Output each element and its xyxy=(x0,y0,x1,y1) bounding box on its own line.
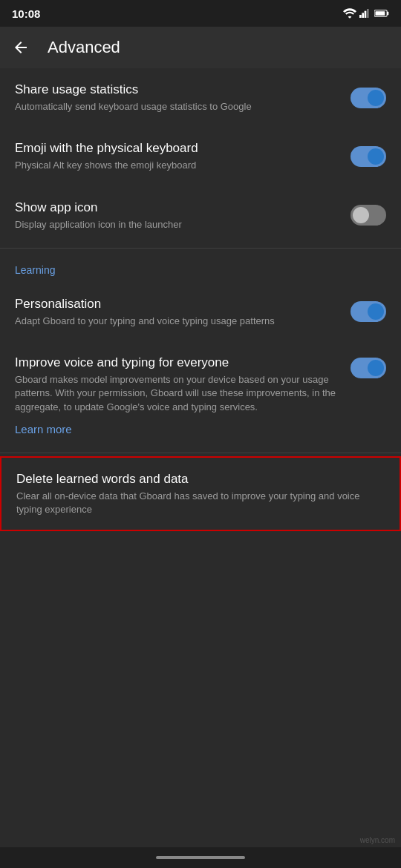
setting-improve-voice[interactable]: Improve voice and typing for everyone Gb… xyxy=(0,341,401,450)
setting-personalisation-subtitle: Adapt Gboard to your typing and voice ty… xyxy=(15,315,342,328)
toggle-thumb-improve-voice xyxy=(368,360,384,376)
watermark: welyn.com xyxy=(360,836,395,844)
setting-app-icon-title: Show app icon xyxy=(15,200,342,216)
toggle-app-icon[interactable] xyxy=(351,205,386,226)
setting-improve-voice-subtitle: Gboard makes model improvements on your … xyxy=(15,373,342,414)
svg-rect-2 xyxy=(365,11,367,18)
back-arrow-icon xyxy=(12,39,30,56)
setting-app-icon-text: Show app icon Display application icon i… xyxy=(15,200,351,231)
svg-rect-5 xyxy=(387,12,388,15)
learning-section-header: Learning xyxy=(0,251,401,283)
wifi-icon xyxy=(343,8,356,19)
setting-emoji-title: Emoji with the physical keyboard xyxy=(15,140,342,157)
svg-rect-1 xyxy=(362,13,364,18)
svg-rect-3 xyxy=(367,9,369,18)
setting-app-icon-subtitle: Display application icon in the launcher xyxy=(15,218,342,231)
back-button[interactable] xyxy=(12,39,30,56)
page-title: Advanced xyxy=(48,38,120,57)
setting-share-usage-subtitle: Automatically send keyboard usage statis… xyxy=(15,100,342,114)
status-bar: 10:08 xyxy=(0,0,401,27)
section-divider xyxy=(0,248,401,249)
toggle-improve-voice[interactable] xyxy=(351,358,386,378)
svg-rect-6 xyxy=(375,11,385,16)
setting-share-usage-title: Share usage statistics xyxy=(15,82,342,98)
toggle-emoji[interactable] xyxy=(351,146,386,167)
setting-share-usage-text: Share usage statistics Automatically sen… xyxy=(15,82,351,114)
setting-show-app-icon[interactable]: Show app icon Display application icon i… xyxy=(0,186,401,245)
bottom-nav-bar xyxy=(0,847,401,868)
setting-share-usage[interactable]: Share usage statistics Automatically sen… xyxy=(0,68,401,127)
status-icons xyxy=(343,8,389,19)
setting-personalisation-text: Personalisation Adapt Gboard to your typ… xyxy=(15,296,351,328)
setting-delete-learned[interactable]: Delete learned words and data Clear all … xyxy=(0,456,401,531)
setting-improve-voice-title: Improve voice and typing for everyone xyxy=(15,355,342,371)
toggle-thumb-personalisation xyxy=(368,303,384,320)
learn-more-link[interactable]: Learn more xyxy=(15,414,72,435)
setting-delete-text: Delete learned words and data Clear all … xyxy=(16,471,385,516)
bottom-indicator xyxy=(156,856,245,859)
status-time: 10:08 xyxy=(12,7,40,20)
svg-rect-0 xyxy=(359,15,362,18)
toggle-share-usage[interactable] xyxy=(351,88,386,108)
setting-delete-subtitle: Clear all on-device data that Gboard has… xyxy=(16,490,385,516)
toggle-thumb-share-usage xyxy=(368,90,384,106)
setting-personalisation[interactable]: Personalisation Adapt Gboard to your typ… xyxy=(0,283,401,341)
signal-icon xyxy=(359,8,371,19)
toolbar: Advanced xyxy=(0,27,401,68)
setting-emoji-subtitle: Physical Alt key shows the emoji keyboar… xyxy=(15,159,342,172)
battery-icon xyxy=(374,8,389,19)
setting-delete-title: Delete learned words and data xyxy=(16,471,385,487)
toggle-personalisation[interactable] xyxy=(351,301,386,322)
setting-emoji-keyboard[interactable]: Emoji with the physical keyboard Physica… xyxy=(0,127,401,185)
toggle-thumb-app-icon xyxy=(353,207,369,223)
toggle-thumb-emoji xyxy=(368,148,384,165)
content-area: Share usage statistics Automatically sen… xyxy=(0,68,401,531)
learning-section-label: Learning xyxy=(15,264,56,276)
setting-emoji-text: Emoji with the physical keyboard Physica… xyxy=(15,140,351,172)
section-divider-2 xyxy=(0,453,401,453)
setting-improve-voice-text: Improve voice and typing for everyone Gb… xyxy=(15,355,351,436)
setting-personalisation-title: Personalisation xyxy=(15,296,342,312)
